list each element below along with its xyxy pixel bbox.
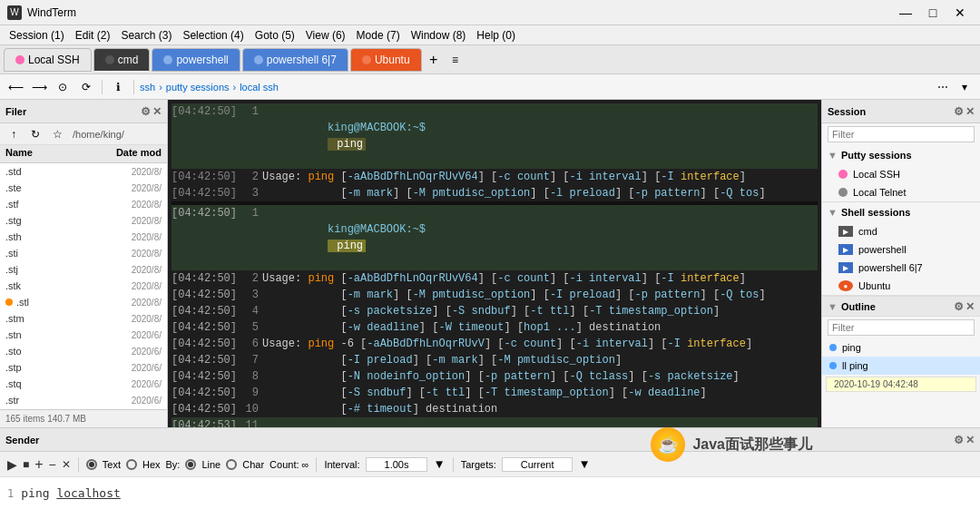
list-item[interactable]: .sto2020/6/ — [0, 343, 167, 359]
menu-help[interactable]: Help (0) — [471, 27, 521, 44]
outline-header[interactable]: ▼ Outline ⚙ ✕ — [822, 297, 980, 317]
targets-value[interactable]: Current — [502, 457, 573, 472]
filer-close-icon[interactable]: ✕ — [152, 105, 162, 118]
toolbar-chevron-down[interactable]: ▾ — [955, 78, 975, 96]
putty-section-label: Putty sessions — [841, 150, 912, 161]
menu-session[interactable]: Session (1) — [4, 27, 70, 44]
list-item[interactable]: .str2020/6/ — [0, 392, 167, 408]
outline-items: ping ll ping 2020-10-19 04:42:48 — [822, 338, 980, 427]
menu-goto[interactable]: Goto (5) — [250, 27, 300, 44]
shell-sessions-header[interactable]: ▼ Shell sessions — [822, 202, 980, 222]
outline-tooltip: 2020-10-19 04:42:48 — [826, 377, 976, 392]
outline-actions: ⚙ ✕ — [954, 300, 975, 313]
term-time: [04:42:50] — [172, 205, 237, 270]
outline-filter[interactable] — [822, 317, 980, 338]
session-ps67[interactable]: ▶ powershell 6|7 — [831, 259, 980, 277]
menu-selection[interactable]: Selection (4) — [177, 27, 249, 44]
path-local[interactable]: local ssh — [240, 82, 279, 93]
text-radio[interactable] — [86, 459, 97, 470]
sender-stop-button[interactable]: ■ — [23, 458, 29, 471]
list-item[interactable]: .stf2020/8/ — [0, 196, 167, 212]
col-name[interactable]: Name — [0, 145, 111, 162]
list-item[interactable]: .stp2020/6/ — [0, 359, 167, 376]
sender-gear-icon[interactable]: ⚙ — [954, 434, 964, 446]
list-item[interactable]: .sti2020/8/ — [0, 245, 167, 261]
tab-powershell67[interactable]: powershell 6|7 — [242, 48, 348, 72]
local-ssh-dot — [838, 170, 848, 179]
toolbar-path: ssh › putty sessions › local ssh — [140, 82, 279, 93]
sender-close-icon[interactable]: ✕ — [965, 434, 975, 446]
putty-sessions-header[interactable]: ▼ Putty sessions — [822, 145, 980, 165]
maximize-button[interactable]: □ — [920, 3, 946, 23]
new-tab-button[interactable]: + — [424, 50, 444, 70]
session-ubuntu[interactable]: ● Ubuntu — [831, 277, 980, 295]
targets-down[interactable]: ▼ — [578, 457, 590, 471]
col-date[interactable]: Date mod — [111, 145, 167, 162]
filer-gear-icon[interactable]: ⚙ — [141, 105, 151, 118]
outline-ping[interactable]: ping — [822, 338, 980, 357]
toolbar-expand[interactable]: ⋯ — [933, 78, 953, 96]
toolbar-info[interactable]: ℹ — [108, 78, 128, 96]
outline-ll-ping[interactable]: ll ping — [822, 357, 980, 375]
list-item[interactable]: .stl2020/8/ — [0, 294, 167, 310]
tab-cmd[interactable]: cmd — [93, 48, 151, 72]
toolbar-btn3[interactable]: ⊙ — [53, 78, 73, 96]
path-putty[interactable]: putty sessions — [166, 82, 230, 93]
list-item[interactable]: .stj2020/8/ — [0, 261, 167, 278]
session-close-icon[interactable]: ✕ — [965, 105, 975, 118]
char-radio[interactable] — [226, 459, 237, 470]
sender-add-button[interactable]: + — [34, 456, 43, 473]
list-item[interactable]: .sth2020/8/ — [0, 229, 167, 245]
outline-close-icon[interactable]: ✕ — [965, 300, 975, 313]
session-local-ssh[interactable]: Local SSH — [831, 165, 980, 183]
session-filter[interactable] — [822, 123, 980, 145]
nav-bookmark[interactable]: ☆ — [47, 125, 67, 143]
menu-edit[interactable]: Edit (2) — [70, 27, 116, 44]
cmd-label: cmd — [858, 226, 877, 237]
list-item[interactable]: .stq2020/6/ — [0, 376, 167, 392]
terminal-area[interactable]: [04:42:50] 1 king@MACBOOK:~$ ping [04:42… — [168, 100, 821, 427]
menu-mode[interactable]: Mode (7) — [351, 27, 406, 44]
tab-local-ssh[interactable]: Local SSH — [4, 48, 92, 72]
tab-powershell[interactable]: powershell — [152, 48, 240, 72]
hex-radio[interactable] — [126, 459, 137, 470]
tab-ubuntu[interactable]: Ubuntu — [350, 48, 422, 72]
list-item[interactable]: .stk2020/8/ — [0, 278, 167, 294]
filer-header: Filer ⚙ ✕ — [0, 100, 167, 123]
minimize-button[interactable]: — — [893, 3, 918, 23]
outline-ping-label: ping — [842, 342, 861, 353]
list-item[interactable]: .std2020/8/ — [0, 163, 167, 180]
menu-view[interactable]: View (6) — [300, 27, 351, 44]
close-button[interactable]: ✕ — [947, 3, 973, 23]
sender-play-button[interactable]: ▶ — [7, 457, 17, 472]
sender-sub-button[interactable]: − — [49, 457, 56, 472]
toolbar-btn1[interactable]: ⟵ — [5, 78, 25, 96]
filer-footer: 165 items 140.7 MB — [0, 409, 167, 427]
outline-gear-icon[interactable]: ⚙ — [954, 300, 964, 313]
nav-refresh[interactable]: ↻ — [25, 125, 45, 143]
watermark: ☕ Java面试那些事儿 — [651, 427, 812, 462]
session-local-telnet[interactable]: Local Telnet — [831, 183, 980, 201]
sender-x-button[interactable]: ✕ — [62, 458, 71, 471]
menu-search[interactable]: Search (3) — [115, 27, 177, 44]
toolbar-btn4[interactable]: ⟳ — [76, 78, 96, 96]
session-cmd[interactable]: ▶ cmd — [831, 222, 980, 240]
sender-content[interactable]: 1 ping localhost — [0, 477, 980, 509]
nav-up[interactable]: ↑ — [4, 125, 24, 143]
shell-section-label: Shell sessions — [841, 207, 910, 218]
interval-down[interactable]: ▼ — [433, 457, 445, 471]
session-filter-input[interactable] — [828, 126, 975, 142]
interval-value[interactable]: 1.00s — [366, 457, 428, 472]
list-item[interactable]: .ste2020/8/ — [0, 180, 167, 196]
list-item[interactable]: .stn2020/6/ — [0, 327, 167, 343]
toolbar-btn2[interactable]: ⟶ — [29, 78, 49, 96]
path-ssh[interactable]: ssh — [140, 82, 155, 93]
session-powershell[interactable]: ▶ powershell — [831, 240, 980, 259]
list-item[interactable]: .stm2020/8/ — [0, 310, 167, 327]
list-item[interactable]: .stg2020/8/ — [0, 212, 167, 229]
outline-filter-input[interactable] — [828, 319, 975, 336]
line-radio[interactable] — [185, 459, 196, 470]
tab-menu-button[interactable]: ≡ — [446, 50, 466, 70]
session-gear-icon[interactable]: ⚙ — [954, 105, 964, 118]
menu-window[interactable]: Window (8) — [406, 27, 472, 44]
